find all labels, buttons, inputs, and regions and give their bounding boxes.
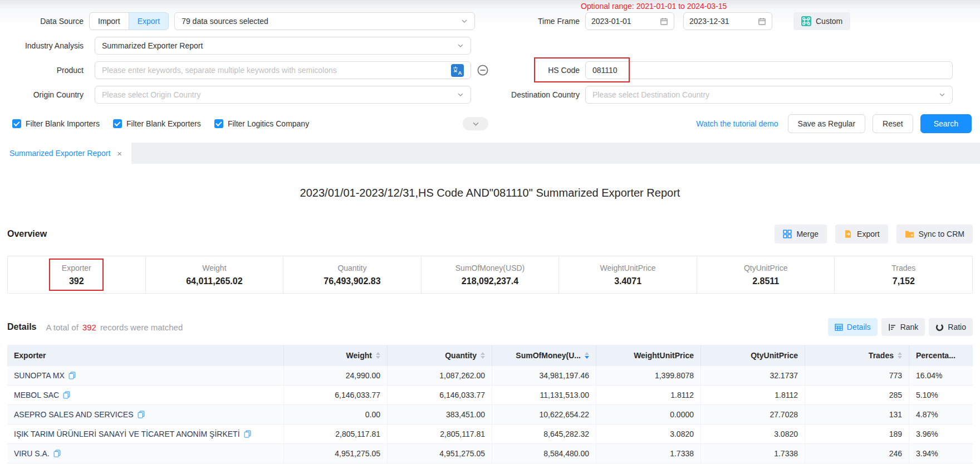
end-date-input[interactable] — [683, 12, 772, 30]
copy-icon[interactable] — [53, 450, 61, 457]
industry-analysis-value: Summarized Exporter Report — [102, 41, 457, 50]
checkbox-checked-icon[interactable] — [214, 119, 223, 128]
report-content: 2023/01/01-2023/12/31,HS Code AND"081110… — [0, 187, 980, 464]
import-toggle-button[interactable]: Import — [89, 12, 129, 30]
save-as-regular-button[interactable]: Save as Regular — [788, 114, 866, 133]
country-row: Origin Country Please select Origin Coun… — [0, 86, 953, 104]
start-date-input[interactable] — [585, 12, 674, 30]
view-rank-button[interactable]: Rank — [881, 318, 925, 336]
weight-cell: 24,990.00 — [284, 366, 388, 386]
calendar-icon[interactable] — [660, 17, 668, 26]
weight-cell: 4,951,275.05 — [284, 444, 388, 464]
stat-value: 2.8511 — [752, 276, 779, 286]
report-title: 2023/01/01-2023/12/31,HS Code AND"081110… — [7, 187, 973, 199]
calendar-icon[interactable] — [758, 17, 766, 26]
sort-control[interactable] — [376, 352, 380, 359]
data-sources-select[interactable]: 79 data sources selected — [174, 12, 475, 30]
column-header-quantity: Quantity — [388, 345, 492, 366]
qty-unit-price-cell: 1.7338 — [701, 444, 805, 464]
stat-qty-unit-price: QtyUnitPrice 2.8511 — [697, 256, 835, 293]
filter-blank-exporters-option[interactable]: Filter Blank Exporters — [113, 119, 201, 128]
stat-sum-of-money: SumOfMoney(USD) 218,092,237.4 — [421, 256, 559, 293]
filter-blank-importers-option[interactable]: Filter Blank Importers — [12, 119, 100, 128]
tab-summarized-exporter-report[interactable]: Summarized Exporter Report × — [0, 143, 131, 164]
merge-button[interactable]: Merge — [775, 225, 827, 243]
details-heading: Details — [7, 322, 36, 332]
stat-value: 392 — [69, 276, 84, 286]
weight-unit-price-cell: 1,399.8078 — [596, 366, 701, 386]
exporter-link[interactable]: SUNOPTA MX — [14, 371, 76, 380]
close-icon[interactable]: × — [117, 149, 122, 158]
column-header-trades: Trades — [805, 345, 909, 366]
sort-control[interactable] — [898, 352, 902, 359]
view-details-button[interactable]: Details — [828, 318, 878, 336]
view-rank-label: Rank — [900, 323, 919, 331]
hs-code-input[interactable] — [585, 61, 953, 79]
stat-label: Trades — [891, 264, 915, 272]
weight-unit-price-cell: 1.7338 — [596, 444, 701, 464]
stat-label: QtyUnitPrice — [744, 264, 788, 272]
expand-filters-button[interactable] — [463, 117, 488, 130]
stat-label: Weight — [202, 264, 226, 272]
sum-of-money-cell: 11,131,513.00 — [492, 386, 596, 405]
table-row: SUNOPTA MX 24,990.00 1,087,262.00 34,981… — [7, 366, 973, 386]
hs-code-field[interactable] — [592, 66, 945, 75]
destination-country-select[interactable]: Please select Destination Country — [585, 86, 953, 104]
view-ratio-button[interactable]: Ratio — [929, 318, 973, 336]
optional-range-value: 2021-01-01 to 2024-03-15 — [636, 2, 727, 11]
copy-icon[interactable] — [244, 430, 251, 438]
column-header-qty-unit-price: QtyUnitPrice — [701, 345, 805, 366]
optional-range-note: Optional range: 2021-01-01 to 2024-03-15 — [581, 2, 727, 11]
origin-country-placeholder: Please select Origin Country — [102, 90, 457, 99]
time-frame-label: Time Frame — [507, 17, 580, 26]
svg-text:A: A — [458, 70, 462, 76]
sum-of-money-cell: 34,981,197.46 — [492, 366, 596, 386]
sum-of-money-cell: 8,645,282.32 — [492, 425, 596, 444]
start-date-value[interactable] — [591, 17, 660, 26]
sum-of-money-cell: 10,622,654.22 — [492, 405, 596, 425]
exporter-link[interactable]: MEBOL SAC — [14, 391, 70, 399]
percentage-cell: 3.96% — [909, 425, 973, 444]
table-icon — [835, 323, 843, 331]
export-toggle-button[interactable]: Export — [129, 12, 169, 30]
sort-control[interactable] — [481, 352, 485, 359]
filter-logistics-company-option[interactable]: Filter Logitics Company — [214, 119, 309, 128]
copy-icon[interactable] — [63, 391, 70, 399]
table-row: ASEPRO SALES AND SERVICES 0.00 383,451.0… — [7, 405, 973, 425]
sync-to-crm-button[interactable]: Sync to CRM — [896, 225, 973, 243]
sum-of-money-cell: 8,584,480.00 — [492, 444, 596, 464]
chevron-down-icon — [472, 120, 479, 128]
exporter-link[interactable]: IŞIK TARIM ÜRÜNLERİ SANAYİ VE TİCARET AN… — [14, 430, 251, 438]
ratio-donut-icon — [935, 323, 944, 331]
sort-control-active-desc[interactable] — [585, 352, 589, 359]
copy-icon[interactable] — [68, 372, 76, 379]
optional-range-label: Optional range: — [581, 2, 634, 11]
column-header-exporter: Exporter — [7, 345, 284, 366]
exporter-link[interactable]: VIRU S.A. — [14, 449, 61, 458]
product-keywords-field[interactable] — [102, 66, 451, 75]
origin-country-select[interactable]: Please select Origin Country — [95, 86, 471, 104]
end-date-value[interactable] — [689, 17, 758, 26]
quantity-cell: 6,146,033.77 — [388, 386, 492, 405]
column-header-percentage: Percenta... — [909, 345, 973, 366]
weight-cell: 2,805,117.81 — [284, 425, 388, 444]
quantity-cell: 1,087,262.00 — [388, 366, 492, 386]
tab-bar: Summarized Exporter Report × — [0, 143, 980, 164]
search-button[interactable]: Search — [920, 114, 972, 133]
stat-label: SumOfMoney(USD) — [455, 264, 525, 272]
rank-chart-icon — [888, 323, 896, 331]
minus-circle-icon[interactable] — [477, 64, 489, 76]
checkbox-checked-icon[interactable] — [113, 119, 122, 128]
column-header-weight: Weight — [284, 345, 388, 366]
translate-icon[interactable]: A — [451, 64, 464, 77]
checkbox-checked-icon[interactable] — [12, 119, 21, 128]
product-input[interactable]: A — [95, 61, 471, 79]
copy-icon[interactable] — [138, 411, 145, 418]
exporter-link[interactable]: ASEPRO SALES AND SERVICES — [14, 410, 145, 419]
reset-button[interactable]: Reset — [873, 114, 913, 133]
chevron-down-icon — [457, 42, 464, 49]
industry-analysis-select[interactable]: Summarized Exporter Report — [95, 37, 471, 55]
export-button[interactable]: Export — [835, 225, 888, 243]
custom-range-button[interactable]: Custom — [793, 12, 850, 30]
tutorial-demo-link[interactable]: Watch the tutorial demo — [696, 119, 778, 128]
